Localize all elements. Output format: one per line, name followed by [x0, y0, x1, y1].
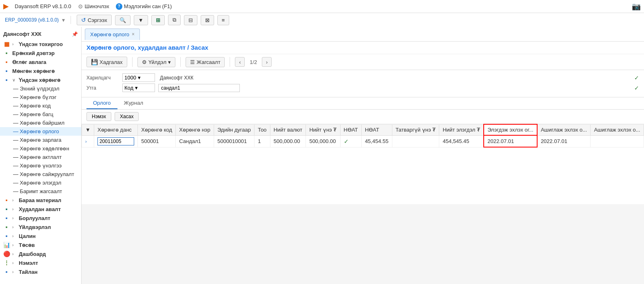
- col-filter-icon[interactable]: ▼: [82, 124, 94, 135]
- niit-elegdel-cell: 454,545.45: [439, 135, 484, 147]
- session-label: ERP_0000039 (v8.1.0.0): [5, 17, 59, 23]
- tab-jurnal[interactable]: Журнал: [117, 97, 150, 109]
- sidebar-item-herenge-kod[interactable]: — Хөрөнгө код: [0, 101, 81, 110]
- delete-button[interactable]: Хасах: [115, 112, 139, 121]
- sidebar-item-baraa-material[interactable]: ▪ › Бараа материал: [0, 196, 81, 205]
- herenge-dans-cell[interactable]: [94, 135, 137, 147]
- bottom-space: [82, 204, 644, 284]
- herenge-dans-input[interactable]: [97, 137, 134, 145]
- too-cell: 1: [255, 135, 270, 147]
- col-herenge-kod[interactable]: Хөрөнгө код: [138, 124, 176, 135]
- table-header-row: ▼ Хөрөнгө данс Хөрөнгө код Хөрөнгө нэр Э…: [82, 124, 644, 135]
- sidebar-item-oglog-avlaga[interactable]: ▪ Өглөг авлага: [0, 57, 81, 66]
- sidebar-item-tailan[interactable]: ▪ › Тайлан: [0, 267, 81, 276]
- grid-icon: ▦: [3, 41, 10, 47]
- tab-orlogo[interactable]: Орлого: [86, 97, 117, 109]
- sidebar-item-herenge-aktlalt[interactable]: — Хөрөнгө актлалт: [0, 153, 81, 161]
- tab-close-icon[interactable]: ×: [132, 31, 135, 37]
- settings-item[interactable]: ⚙ Шинэчлэх: [78, 3, 109, 10]
- sidebar-item-ekhniyi-uldegdel[interactable]: — Эхний үлдэгдэл: [0, 84, 81, 93]
- toolbar-sep3: [230, 57, 230, 67]
- sidebar-item-herenge-khodolgoon[interactable]: — Хөрөнгө хөдөлгөөн: [0, 144, 81, 153]
- col-ashiglaj-ehleh[interactable]: Ашиглаж эхлэх о...: [537, 124, 591, 135]
- list-button[interactable]: ☰ Жагсаалт: [186, 57, 225, 67]
- separator1: [71, 16, 71, 24]
- sidebar-item-herenge-zarlaga[interactable]: — Хөрөнгө зарлага: [0, 136, 81, 144]
- herenge-orlogo-tab[interactable]: Хөрөнгө орлого ×: [85, 29, 140, 40]
- sidebar-item-herenge-buleg[interactable]: — Хөрөнгө бүлэг: [0, 93, 81, 101]
- sidebar-item-uildverlelel[interactable]: ▪ › Үйлдвэрлэл: [0, 222, 81, 231]
- excel-button[interactable]: ⊞: [151, 15, 165, 25]
- expand-cell[interactable]: ›: [82, 135, 94, 147]
- refresh-button[interactable]: ↺ Сэргээх: [77, 15, 112, 25]
- help-item[interactable]: ? Мэдлэгийн сан (F1): [116, 3, 172, 10]
- sidebar-item-barimt-jagsaalt[interactable]: — Баримт жагсаалт: [0, 187, 81, 196]
- sidebar-item-herenge-elegdel[interactable]: — Хөрөнгө элэгдэл: [0, 178, 81, 187]
- pin-icon[interactable]: 📌: [72, 31, 78, 37]
- refresh-icon: ↺: [81, 17, 86, 23]
- sidebar-item-herenge-unelgee[interactable]: — Хөрөнгө үнэлгээ: [0, 161, 81, 170]
- sidebar-item-yeronkhii-devter[interactable]: ▪ Ерөнхий дэвтэр: [0, 48, 81, 57]
- noat-check-cell: ✓: [340, 135, 361, 147]
- checkbox-checked: ✓: [344, 138, 349, 145]
- dropdown-arrow[interactable]: ▾: [62, 17, 65, 23]
- titlebar-right: 📷: [632, 2, 641, 11]
- sidebar-item-khudaldaan-avalt[interactable]: ▪ › Худалдан авалт: [0, 205, 81, 214]
- sidebar-item-herenge-bayrshil[interactable]: — Хөрөнгө байршил: [0, 119, 81, 127]
- col-niit-valut[interactable]: Нийт валют: [270, 124, 306, 135]
- col-noat2[interactable]: НӨАТ: [361, 124, 392, 135]
- sidebar-item-tsalin[interactable]: ▪ › Цалин: [0, 231, 81, 240]
- mongon-icon: ▪: [3, 68, 10, 74]
- sidebar-item-undsen-herenge[interactable]: ▪ ∨ Үндсэн хөрөнгө: [0, 75, 81, 84]
- col-niit-une[interactable]: Нийт үнэ ₮: [306, 124, 340, 135]
- utra-select[interactable]: Код ▾: [122, 84, 155, 92]
- sidebar-item-herenge-orlogo[interactable]: — Хөрөнгө орлого: [0, 127, 81, 136]
- export-icon: ⊠: [205, 17, 210, 23]
- settings2-button[interactable]: ≡: [217, 15, 230, 25]
- copy-button[interactable]: ⧉: [168, 15, 181, 25]
- expand-arrow[interactable]: ›: [85, 139, 87, 144]
- sidebar-item-herenge-saijruulalt[interactable]: — Хөрөнгө сайжруулалт: [0, 170, 81, 178]
- paste-icon: ⊟: [188, 17, 193, 23]
- hariltsgach-select[interactable]: 1000 ▾: [122, 73, 155, 82]
- save-button[interactable]: 💾 Хадгалах: [86, 57, 127, 67]
- col-herenge-ner[interactable]: Хөрөнгө нэр: [176, 124, 214, 135]
- nav-prev-button[interactable]: ‹: [235, 57, 245, 67]
- chart-icon: 📊: [3, 242, 10, 248]
- sidebar: Даянсофт ХХК 📌 ▦ › Үндсэн тохиргоо ▪ Ерө…: [0, 27, 82, 284]
- sidebar-item-dashboard[interactable]: 🔴 › Дашбоард: [0, 249, 81, 258]
- tailan-icon: ▪: [3, 269, 10, 275]
- toolbar-sep1: [132, 57, 133, 67]
- sidebar-item-mongon-herenge[interactable]: ▪ Мөнгөн хөрөнгө: [0, 66, 81, 75]
- nav-next-button[interactable]: ›: [262, 57, 272, 67]
- noat-val-cell: 45,454.55: [361, 135, 392, 147]
- add-button[interactable]: Нэмэх: [86, 112, 111, 121]
- col-noat1[interactable]: НӨАТ: [340, 124, 361, 135]
- sidebar-item-borluulalt[interactable]: ▪ › Борлуулалт: [0, 214, 81, 222]
- sidebar-item-herenge-bagts[interactable]: — Хөрөнгө багц: [0, 110, 81, 119]
- search-button[interactable]: 🔍: [115, 15, 131, 25]
- export-button[interactable]: ⊠: [201, 15, 214, 25]
- app-layout: Даянсофт ХХК 📌 ▦ › Үндсэн тохиргоо ▪ Ерө…: [0, 27, 644, 284]
- tab-label: Хөрөнгө орлого: [90, 31, 129, 37]
- uildver-icon: ▪: [3, 224, 10, 230]
- page-title-bar: Хөрөнгө орлого, худалдан авалт / Засах: [82, 42, 644, 54]
- col-niit-elegdel[interactable]: Нийт элэгдэл ₮: [439, 124, 484, 135]
- action-button[interactable]: ⚙ Үйлдэл ▾: [137, 57, 176, 67]
- niit-une-cell: 500,000.00: [306, 135, 340, 147]
- camera-icon[interactable]: 📷: [632, 2, 641, 11]
- col-herenge-dans[interactable]: Хөрөнгө данс: [94, 124, 137, 135]
- filter-button[interactable]: ▼: [134, 15, 148, 25]
- col-ediyn-dugaar[interactable]: Эдийн дугаар: [214, 124, 254, 135]
- paste-button[interactable]: ⊟: [184, 15, 197, 25]
- sidebar-item-undsen-tokhirgoo[interactable]: ▦ › Үндсэн тохиргоо: [0, 40, 81, 48]
- col-elegdej-ehleh[interactable]: Элэгдэж эхлэх ог...: [484, 124, 537, 135]
- ediyn-dugaar-cell: 5000010001: [214, 135, 254, 147]
- sidebar-item-nemelt[interactable]: ⋮ › Нэмэлт: [0, 258, 81, 267]
- col-ashiglaj2[interactable]: Ашиглаж эхлэх о...: [591, 124, 644, 135]
- utra-input[interactable]: [158, 84, 240, 92]
- sidebar-item-tosov[interactable]: 📊 › Төсөв: [0, 240, 81, 249]
- col-tatvarguigui-une[interactable]: Татваргүй үнэ ₮: [392, 124, 439, 135]
- page-info: 1/2: [248, 59, 259, 65]
- col-too[interactable]: Тоо: [255, 124, 270, 135]
